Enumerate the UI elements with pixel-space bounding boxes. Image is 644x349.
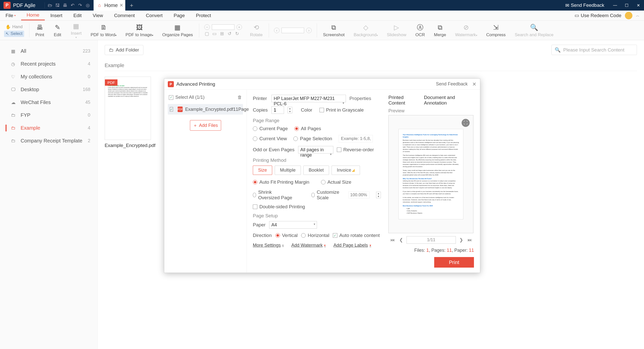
add-page-labels-link[interactable]: Add Page Labels▾ xyxy=(333,243,371,248)
delete-icon[interactable]: 🗑 xyxy=(237,95,242,100)
nav-prev-icon[interactable]: ❮ xyxy=(398,237,404,243)
tab-home[interactable]: ⌂ Home ✕ xyxy=(94,0,125,11)
scale-spinner[interactable]: ▲▼ xyxy=(376,192,381,198)
tab-add-icon[interactable]: ＋ xyxy=(129,2,134,9)
copies-input[interactable] xyxy=(271,106,284,114)
page-dropdown[interactable] xyxy=(281,28,304,33)
dialog-feedback-link[interactable]: Send Feedback xyxy=(436,81,468,87)
radio-actual-size[interactable]: Actual Size xyxy=(321,179,351,185)
save-icon[interactable]: 🖫 xyxy=(54,2,61,9)
dialog-close-icon[interactable]: ✕ xyxy=(472,81,476,87)
user-avatar[interactable] xyxy=(625,12,632,19)
file-checkbox[interactable]: ✓ xyxy=(170,107,173,112)
page-selection-input[interactable] xyxy=(339,135,373,142)
sidebar-item-example[interactable]: 🗀Example4 xyxy=(0,122,97,134)
add-watermark-link[interactable]: Add Watermark▾ xyxy=(291,243,326,248)
ribbon-ocr[interactable]: ⒶOCR xyxy=(411,23,429,37)
print-icon[interactable]: 🖶 xyxy=(61,2,69,9)
ribbon-watermark[interactable]: ⊘Watermark▾ xyxy=(451,23,482,37)
close-button[interactable]: ✕ xyxy=(632,0,644,11)
menu-insert[interactable]: Insert xyxy=(45,11,68,20)
ribbon-merge[interactable]: ⧉Merge xyxy=(429,23,451,37)
add-files-button[interactable]: ＋Add Files xyxy=(190,120,221,131)
reverse-order-checkbox[interactable]: Reverse-order xyxy=(337,147,374,153)
zoom-in-icon[interactable]: + xyxy=(236,24,242,30)
ribbon-screenshot[interactable]: ⧉Screenshot xyxy=(318,23,349,37)
radio-auto-fit[interactable]: Auto Fit Printing Margin xyxy=(253,179,309,185)
sidebar-item-all[interactable]: ▦All223 xyxy=(0,45,97,58)
radio-horizontal[interactable]: Horizontal xyxy=(301,233,329,238)
fullscreen-icon[interactable]: ⛶ xyxy=(462,119,470,127)
menu-convert[interactable]: Convert xyxy=(140,11,168,20)
next-page-icon[interactable]: › xyxy=(306,28,312,33)
ribbon-organize[interactable]: ▦Organize Pages xyxy=(158,23,197,37)
rotate-left-icon[interactable]: ↺ xyxy=(227,31,232,36)
select-all-checkbox[interactable]: ✓ xyxy=(169,95,173,100)
maximize-button[interactable]: ☐ xyxy=(621,0,632,11)
zoom-dropdown[interactable] xyxy=(212,24,234,30)
ribbon-print[interactable]: 🖶Print xyxy=(31,23,49,37)
actual-size-icon[interactable]: ⊞ xyxy=(219,31,225,36)
redeem-link[interactable]: ▭ Use Redeem Code xyxy=(575,13,621,18)
menu-protect[interactable]: Protect xyxy=(190,11,217,20)
sidebar-item-company[interactable]: 🗀Company Receipt Template2 xyxy=(0,134,97,147)
double-sided-checkbox[interactable]: Double-sided Printing xyxy=(253,204,381,210)
prev-page-icon[interactable]: ‹ xyxy=(274,28,279,33)
print-button[interactable]: Print xyxy=(434,257,474,268)
radio-page-selection[interactable]: Page Selection xyxy=(293,136,332,141)
ribbon-compress[interactable]: ⇲Compress xyxy=(482,23,510,37)
file-list-item[interactable]: ✓ PDF Example_Encrypted.pdf 11Page xyxy=(168,104,243,115)
paper-select[interactable]: A4 xyxy=(269,221,317,229)
nav-first-icon[interactable]: ⏮ xyxy=(389,237,396,243)
tab-booklet[interactable]: Booklet xyxy=(303,166,329,175)
sidebar-item-desktop[interactable]: 🖵Desktop168 xyxy=(0,83,97,96)
menu-file[interactable]: File▾ xyxy=(0,11,21,20)
ribbon-pdf-to-word[interactable]: 🗎PDF to Word▾ xyxy=(86,23,121,37)
auto-rotate-checkbox[interactable]: ✓Auto rotate content xyxy=(333,233,380,238)
radio-custom-scale[interactable]: Customize Scale xyxy=(311,189,342,201)
rotate-right-icon[interactable]: ↻ xyxy=(234,31,240,36)
menu-edit[interactable]: Edit xyxy=(68,11,87,20)
zoom-out-icon[interactable]: − xyxy=(204,24,210,30)
menu-home[interactable]: Home xyxy=(21,11,45,20)
hand-tool[interactable]: ✋Hand xyxy=(4,24,24,30)
ribbon-background[interactable]: ◇Background▾ xyxy=(349,23,382,37)
fit-page-icon[interactable]: ▢ xyxy=(204,31,210,36)
menu-view[interactable]: View xyxy=(87,11,109,20)
odd-even-select[interactable]: All pages in range xyxy=(298,146,333,154)
page-indicator[interactable]: 1/11 xyxy=(407,236,456,244)
radio-current-view[interactable]: Current View xyxy=(253,136,287,141)
ribbon-edit[interactable]: ✎Edit xyxy=(49,23,66,37)
redo-icon[interactable]: ↷ xyxy=(76,2,84,9)
sidebar-item-fyp[interactable]: 🗀FYP0 xyxy=(0,109,97,122)
collapse-ribbon-icon[interactable]: ︿ xyxy=(636,13,639,18)
fit-width-icon[interactable]: ▭ xyxy=(212,31,217,36)
grayscale-checkbox[interactable]: Print in Grayscale xyxy=(319,107,364,113)
radio-current-page[interactable]: Current Page xyxy=(253,126,288,131)
scale-input[interactable] xyxy=(348,191,370,198)
undo-icon[interactable]: ↶ xyxy=(69,2,76,9)
more-settings-link[interactable]: More Settings▾ xyxy=(253,243,284,248)
printed-content-select[interactable]: Document and Annotation xyxy=(424,95,474,106)
radio-shrink[interactable]: Shrink Oversized Page xyxy=(253,189,293,201)
file-thumbnail[interactable]: PDF Lorem ipsum dolor sit amet Lorem ips… xyxy=(105,77,151,149)
menu-comment[interactable]: Comment xyxy=(108,11,140,20)
tab-close-icon[interactable]: ✕ xyxy=(119,3,123,8)
select-tool[interactable]: ↖Select xyxy=(4,31,24,37)
radio-all-pages[interactable]: All Pages xyxy=(294,126,321,131)
send-feedback-link[interactable]: ✉ Send Feedback xyxy=(565,3,604,8)
properties-link[interactable]: Properties xyxy=(349,96,371,101)
tab-multiple[interactable]: Multiple xyxy=(275,166,301,175)
tab-size[interactable]: Size xyxy=(253,166,272,175)
ribbon-rotate[interactable]: ⟲Rotate xyxy=(246,23,267,37)
ribbon-insert[interactable]: ▦Insert▾ xyxy=(66,22,86,39)
minimize-button[interactable]: — xyxy=(609,0,621,11)
nav-last-icon[interactable]: ⏭ xyxy=(467,237,473,243)
menu-page[interactable]: Page xyxy=(168,11,190,20)
sidebar-item-collections[interactable]: ♡My collections0 xyxy=(0,70,97,83)
sidebar-item-wechat[interactable]: ☁WeChat Files45 xyxy=(0,96,97,109)
search-input[interactable]: 🔍Please Input Search Content xyxy=(551,45,637,55)
open-icon[interactable]: 🗁 xyxy=(46,2,54,9)
target-icon[interactable]: ◎ xyxy=(84,2,92,9)
radio-vertical[interactable]: Vertical xyxy=(275,233,298,238)
